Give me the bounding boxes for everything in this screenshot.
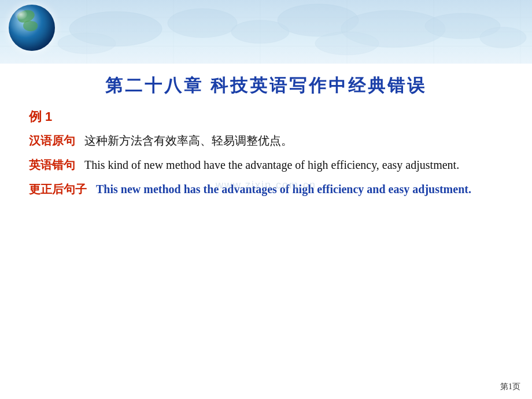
chinese-text: 这种新方法含有效率高、轻易调整优点。 xyxy=(84,131,293,150)
svg-point-1 xyxy=(168,9,237,38)
correct-sentence-row: 更正后句子 This new method has the advantages… xyxy=(29,180,503,198)
correct-text: This new method has the advantages of hi… xyxy=(96,180,471,198)
header xyxy=(0,0,532,64)
chinese-sentence-row: 汉语原句 这种新方法含有效率高、轻易调整优点。 xyxy=(29,131,503,150)
chapter-title: 第二十八章 科技英语写作中经典错误 xyxy=(29,74,503,98)
example-label: 例 1 xyxy=(29,108,503,125)
world-map-bg xyxy=(0,0,532,64)
svg-point-6 xyxy=(480,27,526,48)
wrong-sentence-row: 英语错句 This kind of new method have the ad… xyxy=(29,156,503,174)
chinese-label: 汉语原句 xyxy=(29,131,75,150)
wrong-text: This kind of new method have the advanta… xyxy=(84,156,459,174)
wrong-label: 英语错句 xyxy=(29,156,75,174)
main-content: 第二十八章 科技英语写作中经典错误 例 1 汉语原句 这种新方法含有效率高、轻易… xyxy=(0,64,532,216)
page-number: 第1页 xyxy=(500,382,520,392)
globe xyxy=(9,5,55,51)
correct-label: 更正后句子 xyxy=(29,180,87,198)
